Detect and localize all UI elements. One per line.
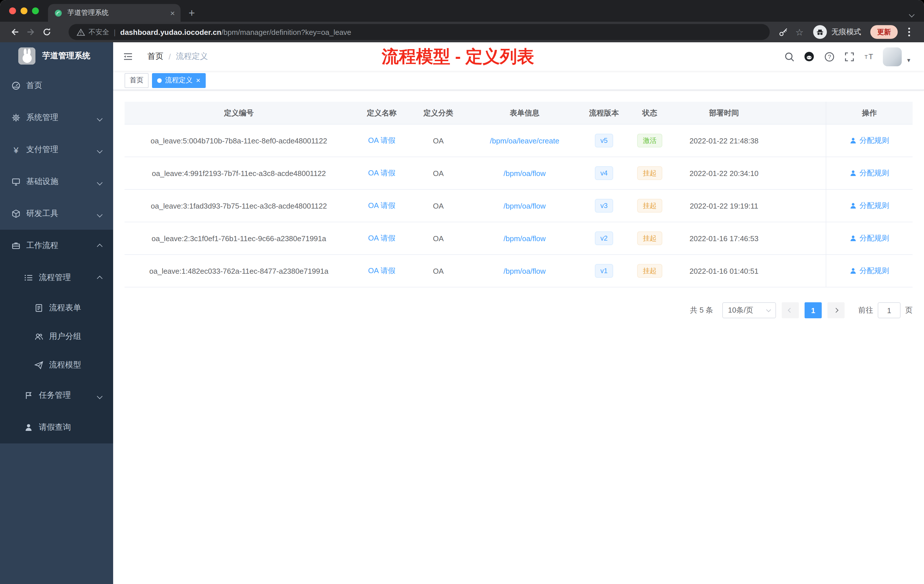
pagination-total: 共 5 条 (690, 305, 713, 315)
col-header: 操作 (826, 102, 912, 124)
avatar-caret-icon[interactable]: ▾ (907, 56, 910, 66)
breadcrumb-separator: / (168, 52, 171, 61)
definition-name-link[interactable]: OA 请假 (368, 266, 395, 276)
definition-id: oa_leave:2:3c1f0ef1-76b1-11ec-9c66-a2380… (125, 222, 353, 254)
app-main: 芋道管理系统 首页 系统管理 ¥ 支付管理 (0, 42, 924, 584)
sidebar-item-process-model[interactable]: 流程模型 (0, 351, 113, 379)
update-button[interactable]: 更新 (870, 25, 898, 39)
definition-id: oa_leave:4:991f2193-7b7f-11ec-a3c8-acde4… (125, 157, 353, 189)
table-row: oa_leave:2:3c1f0ef1-76b1-11ec-9c66-a2380… (125, 222, 912, 255)
definition-name-link[interactable]: OA 请假 (368, 135, 395, 146)
tab-search-chevron-icon[interactable] (910, 8, 914, 19)
form-link[interactable]: /bpm/oa/flow (503, 169, 545, 177)
help-icon[interactable]: ? (823, 50, 836, 63)
tag-process-definition[interactable]: 流程定义 × (152, 73, 205, 88)
chevron-down-icon (98, 391, 102, 400)
user-avatar[interactable] (883, 47, 902, 66)
tag-home[interactable]: 首页 (125, 73, 148, 88)
status-badge: 挂起 (637, 231, 662, 245)
next-page-button[interactable] (827, 302, 845, 318)
fullscreen-icon[interactable] (843, 50, 856, 63)
assign-rule-link[interactable]: 分配规则 (850, 168, 889, 178)
page-number-button[interactable]: 1 (805, 302, 822, 318)
sidebar-item-process-form[interactable]: 流程表单 (0, 294, 113, 322)
menu-dots-icon[interactable] (901, 24, 917, 40)
table-row: oa_leave:3:1fad3d93-7b75-11ec-a3c8-acde4… (125, 190, 912, 222)
sidebar-item-workflow[interactable]: 工作流程 (0, 230, 113, 262)
definition-category: OA (410, 125, 466, 157)
deploy-time: 2022-01-22 19:19:11 (674, 190, 774, 222)
col-header: 流程版本 (583, 102, 625, 124)
form-link[interactable]: /bpm/oa/flow (503, 234, 545, 243)
tag-close-icon[interactable]: × (196, 77, 200, 84)
definition-name-link[interactable]: OA 请假 (368, 168, 395, 178)
password-key-icon[interactable] (776, 24, 792, 40)
page-size-select[interactable]: 10条/页 (722, 302, 776, 318)
sidebar-item-pay[interactable]: ¥ 支付管理 (0, 134, 113, 166)
sidebar-item-dev[interactable]: 研发工具 (0, 198, 113, 230)
pagination: 共 5 条 10条/页 1 前往 页 (125, 302, 912, 318)
window-close-button[interactable] (9, 7, 16, 14)
sidebar: 芋道管理系统 首页 系统管理 ¥ 支付管理 (0, 42, 113, 584)
status-badge: 挂起 (637, 166, 662, 180)
forward-icon[interactable] (23, 24, 39, 40)
sidebar-item-task-mgmt[interactable]: 任务管理 (0, 379, 113, 411)
bookmark-star-icon[interactable]: ☆ (792, 24, 807, 40)
monitor-icon (12, 177, 21, 186)
sidebar-item-infra[interactable]: 基础设施 (0, 166, 113, 198)
sidebar-item-process-mgmt[interactable]: 流程管理 (0, 262, 113, 294)
assign-rule-link[interactable]: 分配规则 (850, 135, 889, 146)
table-row: oa_leave:5:004b710b-7b8a-11ec-8ef0-acde4… (125, 125, 912, 157)
sidebar-item-home[interactable]: 首页 (0, 70, 113, 102)
browser-tab[interactable]: 芋道管理系统 × (48, 4, 181, 22)
tab-title: 芋道管理系统 (68, 8, 166, 18)
sidebar-item-user-group[interactable]: 用户分组 (0, 322, 113, 351)
font-size-icon[interactable]: TT (863, 50, 876, 63)
breadcrumb-home[interactable]: 首页 (147, 51, 163, 62)
prev-page-button[interactable] (782, 302, 799, 318)
person-icon (24, 423, 33, 432)
sidebar-collapse-icon[interactable] (121, 50, 135, 63)
url-text: dashboard.yudao.iocoder.cn/bpm/manager/d… (120, 28, 351, 36)
github-icon[interactable] (803, 50, 816, 63)
chevron-down-icon (98, 113, 102, 122)
definition-category: OA (410, 190, 466, 222)
logo-avatar (18, 48, 35, 64)
definition-name-link[interactable]: OA 请假 (368, 233, 395, 243)
search-icon[interactable] (783, 50, 796, 63)
svg-text:T: T (865, 54, 868, 60)
form-link[interactable]: /bpm/oa/leave/create (490, 136, 559, 145)
chevron-down-icon (98, 209, 102, 218)
form-link[interactable]: /bpm/oa/flow (503, 201, 545, 210)
omnibox-divider: | (114, 28, 116, 36)
paper-plane-icon (34, 361, 43, 370)
page-body: 定义编号 定义名称 定义分类 表单信息 流程版本 状态 部署时间 操作 oa_l… (113, 90, 924, 584)
definition-name-link[interactable]: OA 请假 (368, 201, 395, 211)
window-minimize-button[interactable] (21, 7, 27, 14)
assign-rule-link[interactable]: 分配规则 (850, 201, 889, 211)
new-tab-button[interactable]: + (188, 7, 195, 18)
security-warning[interactable]: 不安全 (77, 27, 109, 37)
sidebar-item-leave-query[interactable]: 请假查询 (0, 411, 113, 444)
definition-id: oa_leave:1:482ec033-762a-11ec-8477-a2380… (125, 255, 353, 287)
workflow-section: 工作流程 流程管理 流程表单 (0, 230, 113, 444)
content-area: 首页 / 流程定义 流程模型 - 定义列表 ? (113, 42, 924, 584)
definition-id: oa_leave:3:1fad3d93-7b75-11ec-a3c8-acde4… (125, 190, 353, 222)
address-bar[interactable]: 不安全 | dashboard.yudao.iocoder.cn/bpm/man… (69, 24, 770, 40)
definition-category: OA (410, 222, 466, 254)
chevron-up-icon (98, 273, 102, 282)
back-icon[interactable] (7, 24, 23, 40)
goto-label: 前往 (858, 305, 873, 315)
col-header: 部署时间 (674, 102, 774, 124)
sidebar-item-system[interactable]: 系统管理 (0, 102, 113, 134)
reload-icon[interactable] (39, 24, 55, 40)
tab-close-icon[interactable]: × (170, 9, 175, 17)
incognito-indicator: 无痕模式 (813, 25, 861, 39)
goto-page-input[interactable] (878, 302, 901, 318)
assign-rule-link[interactable]: 分配规则 (850, 266, 889, 276)
definition-category: OA (410, 255, 466, 287)
assign-rule-link[interactable]: 分配规则 (850, 233, 889, 243)
chevron-down-icon (766, 307, 771, 312)
form-link[interactable]: /bpm/oa/flow (503, 267, 545, 275)
window-zoom-button[interactable] (32, 7, 39, 14)
